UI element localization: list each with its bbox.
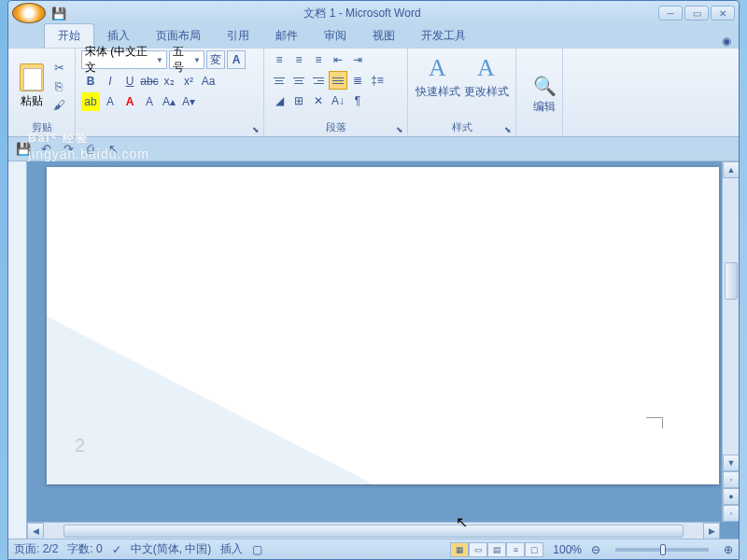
subscript-button[interactable]: x₂ (160, 72, 178, 91)
vscroll-thumb[interactable] (725, 262, 738, 300)
binoculars-icon: 🔍 (533, 75, 557, 97)
show-marks-icon[interactable]: ¶ (348, 91, 367, 110)
fullscreen-icon[interactable]: ▭ (469, 542, 487, 557)
paste-button[interactable]: 粘贴 (14, 50, 49, 121)
macro-icon[interactable]: ▢ (252, 543, 262, 556)
bullets-icon[interactable]: ≡ (270, 50, 289, 69)
snap-icon[interactable]: ✕ (309, 91, 328, 110)
highlight-icon[interactable]: ab (81, 92, 100, 111)
hscroll-track[interactable] (44, 523, 703, 539)
zoom-in-icon[interactable]: ⊕ (724, 543, 733, 556)
help-icon[interactable]: ◉ (722, 35, 731, 48)
horizontal-scrollbar[interactable]: ◀ ▶ (27, 522, 720, 539)
superscript-button[interactable]: x² (179, 72, 198, 91)
copy-icon[interactable]: ⎘ (51, 78, 66, 93)
tab-developer[interactable]: 开发工具 (408, 24, 479, 48)
close-button[interactable]: ✕ (711, 6, 735, 21)
spellcheck-icon[interactable]: ✓ (112, 543, 121, 556)
change-case-icon[interactable]: Aa (199, 72, 218, 91)
find-button[interactable]: 🔍 编辑 (522, 75, 567, 115)
scroll-up-icon[interactable]: ▲ (723, 161, 739, 178)
align-right-icon[interactable] (309, 71, 328, 90)
group-styles: A 快速样式 A 更改样式 样式 ⬊ (408, 49, 516, 136)
numbering-icon[interactable]: ≡ (289, 50, 308, 69)
print-icon[interactable]: ⎙ (83, 142, 98, 157)
borders-icon[interactable]: ⊞ (289, 91, 308, 110)
shrink-font-icon[interactable]: A▾ (179, 92, 198, 111)
para-launcher[interactable]: ⬊ (396, 125, 403, 134)
page-number: 2 (75, 435, 85, 456)
outline-icon[interactable]: ≡ (506, 542, 525, 557)
indent-inc-icon[interactable]: ⇥ (348, 50, 367, 69)
maximize-button[interactable]: ▭ (684, 6, 709, 21)
shading-icon[interactable]: ◢ (270, 91, 289, 110)
save-icon[interactable]: 💾 (16, 142, 31, 157)
zoom-out-icon[interactable]: ⊖ (591, 543, 600, 556)
zoom-slider[interactable] (615, 548, 709, 552)
align-left-icon[interactable] (270, 71, 289, 90)
status-page[interactable]: 页面: 2/2 (14, 541, 58, 557)
clear-format-icon[interactable]: 変 (206, 50, 225, 69)
text-effects-icon[interactable]: A (101, 92, 120, 111)
redo-icon[interactable]: ↷ (61, 142, 76, 157)
font-color-icon[interactable]: A (120, 92, 139, 111)
zoom-thumb[interactable] (660, 544, 666, 555)
undo-icon[interactable]: ↶ (38, 142, 53, 157)
print-layout-icon[interactable]: ▦ (450, 542, 469, 557)
status-words[interactable]: 字数: 0 (67, 541, 102, 557)
justify-icon[interactable] (329, 71, 347, 90)
scroll-right-icon[interactable]: ▶ (703, 523, 720, 539)
margin-corner-mark (646, 417, 663, 428)
cursor-icon[interactable]: ↖ (106, 142, 120, 157)
cut-icon[interactable]: ✂ (51, 60, 66, 75)
scroll-left-icon[interactable]: ◀ (27, 523, 44, 539)
vertical-scrollbar[interactable]: ▲ ▼ ◦ ● ◦ (722, 161, 739, 522)
window-controls: ─ ▭ ✕ (658, 6, 735, 21)
zoom-level[interactable]: 100% (553, 543, 582, 556)
format-painter-icon[interactable]: 🖌 (51, 97, 66, 112)
italic-button[interactable]: I (101, 72, 120, 91)
page[interactable]: 2 (47, 167, 719, 484)
multilevel-icon[interactable]: ≡ (309, 50, 328, 69)
browse-object-icon[interactable]: ● (723, 488, 739, 505)
change-styles-button[interactable]: A 更改样式 (464, 54, 509, 100)
strike-button[interactable]: abc (140, 72, 159, 91)
hscroll-thumb[interactable] (63, 525, 684, 538)
window-title: 文档 1 - Microsoft Word (66, 6, 658, 21)
status-insert[interactable]: 插入 (220, 541, 243, 557)
web-layout-icon[interactable]: ▤ (487, 542, 506, 557)
office-button[interactable] (12, 3, 46, 23)
styles-launcher[interactable]: ⬊ (504, 125, 512, 134)
grow-font-icon[interactable]: A▴ (160, 92, 178, 111)
vscroll-track[interactable] (723, 178, 739, 455)
tab-view[interactable]: 视图 (359, 24, 408, 48)
quick-styles-button[interactable]: A 快速样式 (416, 54, 460, 100)
prev-page-icon[interactable]: ◦ (723, 471, 739, 488)
align-center-icon[interactable] (289, 71, 308, 90)
save-icon[interactable]: 💾 (51, 6, 66, 21)
ribbon: 粘贴 ✂ ⎘ 🖌 剪贴 宋体 (中文正文▼ 五号▼ 変 A B I U (8, 48, 739, 137)
word-window: 💾 文档 1 - Microsoft Word ─ ▭ ✕ 开始 插入 页面布局… (7, 0, 740, 560)
line-spacing-icon[interactable]: ‡≡ (368, 71, 387, 90)
bold-button[interactable]: B (81, 72, 100, 91)
minimize-button[interactable]: ─ (658, 6, 683, 21)
status-language[interactable]: 中文(简体, 中国) (131, 541, 212, 557)
next-page-icon[interactable]: ◦ (723, 505, 739, 522)
distribute-icon[interactable]: ≣ (348, 71, 367, 90)
tab-references[interactable]: 引用 (214, 24, 262, 48)
vertical-ruler[interactable] (8, 161, 27, 539)
draft-icon[interactable]: ▢ (525, 542, 543, 557)
underline-button[interactable]: U (120, 72, 139, 91)
indent-dec-icon[interactable]: ⇤ (329, 50, 347, 69)
scroll-down-icon[interactable]: ▼ (723, 455, 739, 471)
tab-review[interactable]: 审阅 (311, 24, 359, 48)
font-launcher[interactable]: ⬊ (252, 125, 260, 134)
font-size-combo[interactable]: 五号▼ (169, 50, 204, 69)
sort-icon[interactable]: A↓ (329, 91, 347, 110)
char-shading-icon[interactable]: A (140, 92, 159, 111)
tab-mailings[interactable]: 邮件 (262, 24, 311, 48)
style-a-icon[interactable]: A (227, 50, 246, 69)
view-buttons: ▦ ▭ ▤ ≡ ▢ (450, 542, 543, 557)
document-area: 2 ▲ ▼ ◦ ● ◦ ◀ ▶ (8, 161, 739, 539)
font-name-combo[interactable]: 宋体 (中文正文▼ (81, 50, 167, 69)
